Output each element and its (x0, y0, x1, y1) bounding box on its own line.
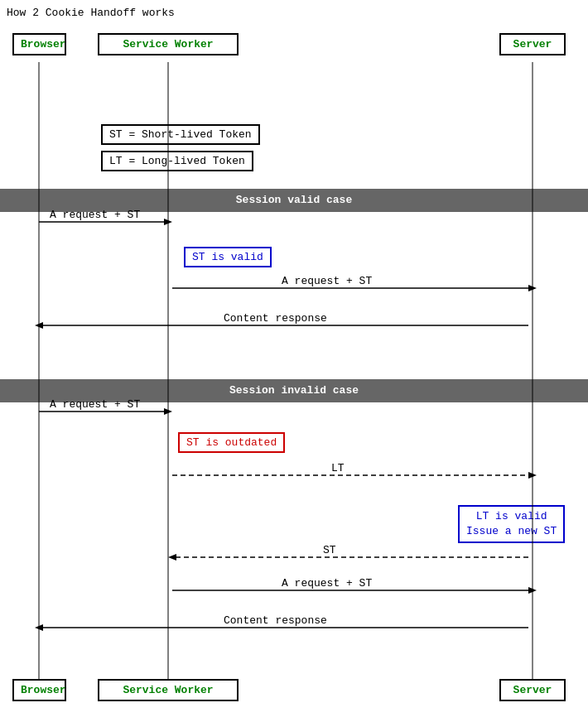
arrows-svg: A request + ST A request + ST Content re… (0, 0, 588, 722)
svg-text:Content response: Content response (224, 614, 327, 627)
svg-marker-7 (528, 285, 537, 291)
actor-server-top: Server (499, 33, 566, 55)
section-valid: Session valid case (0, 189, 588, 212)
svg-marker-25 (35, 624, 43, 631)
actor-sw-bottom: Service Worker (98, 679, 239, 701)
svg-marker-22 (528, 587, 537, 594)
actor-browser-top: Browser (12, 33, 66, 55)
svg-text:ST: ST (323, 544, 336, 556)
actor-sw-top: Service Worker (98, 33, 239, 55)
actor-server-bottom: Server (499, 679, 566, 701)
note-lt-valid: LT is validIssue a new ST (458, 505, 565, 543)
svg-marker-16 (528, 472, 537, 479)
note-st-valid: ST is valid (184, 247, 272, 267)
section-invalid: Session invalid case (0, 379, 588, 402)
note-st-def: ST = Short-lived Token (101, 124, 260, 145)
svg-marker-10 (35, 322, 43, 329)
svg-marker-13 (164, 408, 172, 415)
actor-browser-bottom: Browser (12, 679, 66, 701)
note-lt-def: LT = Long-lived Token (101, 151, 253, 171)
svg-text:LT: LT (331, 462, 345, 474)
svg-marker-19 (168, 554, 176, 561)
svg-text:Content response: Content response (224, 312, 327, 325)
page-title: How 2 Cookie Handoff works (7, 7, 175, 19)
note-st-outdated: ST is outdated (178, 432, 285, 453)
svg-marker-4 (164, 219, 172, 225)
diagram: How 2 Cookie Handoff works Browser Servi… (0, 0, 588, 722)
svg-text:A request + ST: A request + ST (282, 577, 372, 590)
svg-text:A request + ST: A request + ST (282, 275, 372, 287)
